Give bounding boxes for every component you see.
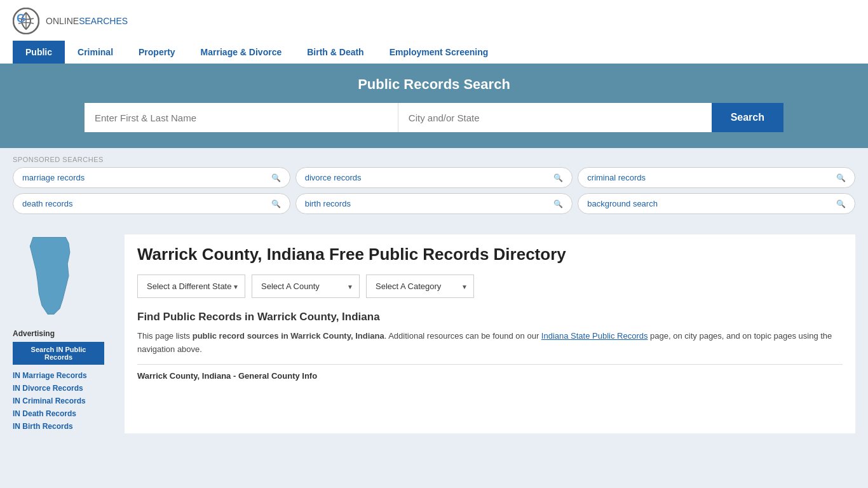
- content-divider: [137, 364, 843, 365]
- sidebar-links: IN Marriage Records IN Divorce Records I…: [13, 370, 104, 431]
- description-text: This page lists public record sources in…: [137, 330, 843, 356]
- search-icon-background: 🔍: [836, 200, 846, 208]
- logo-searches: SEARCHES: [79, 16, 128, 26]
- right-panel: Warrick County, Indiana Free Public Reco…: [125, 234, 855, 433]
- general-info-title: Warrick County, Indiana - General County…: [137, 371, 843, 381]
- sponsored-pill-background[interactable]: background search 🔍: [578, 193, 855, 214]
- nav-birth-death[interactable]: Birth & Death: [294, 41, 376, 64]
- state-selector[interactable]: Select a Different State: [137, 274, 245, 298]
- sponsored-label: SPONSORED SEARCHES: [13, 156, 855, 163]
- county-selector[interactable]: Select A County: [252, 274, 360, 298]
- pill-label-birth: birth records: [305, 199, 351, 208]
- sidebar-link-criminal[interactable]: IN Criminal Records: [13, 395, 104, 405]
- pill-label-marriage: marriage records: [22, 173, 85, 182]
- search-icon-death: 🔍: [271, 200, 281, 208]
- hero-section: Public Records Search Search: [0, 64, 868, 148]
- link-in-criminal[interactable]: IN Criminal Records: [13, 396, 86, 405]
- sponsored-grid: marriage records 🔍 divorce records 🔍 cri…: [13, 167, 855, 214]
- nav-public[interactable]: Public: [13, 41, 65, 64]
- sponsored-pill-death[interactable]: death records 🔍: [13, 193, 290, 214]
- search-icon-divorce: 🔍: [553, 173, 563, 182]
- sponsored-pill-criminal[interactable]: criminal records 🔍: [578, 167, 855, 188]
- main-nav: Public Criminal Property Marriage & Divo…: [13, 41, 855, 64]
- category-dropdown-wrapper: Select A Category: [366, 274, 474, 298]
- content-row: Advertising Search IN Public Records IN …: [0, 224, 868, 444]
- search-icon-birth: 🔍: [553, 200, 563, 208]
- logo-area: G ONLINESEARCHES: [13, 8, 855, 34]
- location-input[interactable]: [398, 103, 712, 132]
- search-bar: Search: [85, 103, 783, 132]
- selectors-row: Select a Different State Select A County…: [137, 274, 843, 298]
- page-title: Warrick County, Indiana Free Public Reco…: [137, 245, 843, 264]
- search-icon-criminal: 🔍: [836, 173, 846, 182]
- sponsored-pill-marriage[interactable]: marriage records 🔍: [13, 167, 290, 188]
- indiana-map: [13, 234, 89, 317]
- pill-label-divorce: divorce records: [305, 173, 362, 182]
- desc-part2: . Additional resources can be found on o…: [384, 331, 541, 341]
- sidebar-link-divorce[interactable]: IN Divorce Records: [13, 383, 104, 393]
- pill-label-background: background search: [587, 199, 658, 208]
- sidebar-link-birth[interactable]: IN Birth Records: [13, 421, 104, 431]
- logo-online: ONLINE: [46, 16, 79, 26]
- sponsored-pill-birth[interactable]: birth records 🔍: [295, 193, 573, 214]
- county-dropdown-wrapper: Select A County: [252, 274, 360, 298]
- desc-bold: public record sources in Warrick County,…: [193, 331, 384, 341]
- link-in-birth[interactable]: IN Birth Records: [13, 422, 73, 431]
- nav-property[interactable]: Property: [126, 41, 188, 64]
- nav-criminal[interactable]: Criminal: [65, 41, 126, 64]
- svg-marker-4: [31, 238, 70, 315]
- logo-text: ONLINESEARCHES: [46, 16, 128, 26]
- sidebar-link-marriage[interactable]: IN Marriage Records: [13, 370, 104, 380]
- desc-part1: This page lists: [137, 331, 193, 341]
- search-icon-marriage: 🔍: [271, 173, 281, 182]
- nav-employment[interactable]: Employment Screening: [377, 41, 501, 64]
- svg-text:G: G: [17, 12, 25, 25]
- logo-icon: G: [13, 8, 39, 34]
- advertising-label: Advertising: [13, 329, 104, 338]
- pill-label-criminal: criminal records: [587, 173, 646, 182]
- link-in-divorce[interactable]: IN Divorce Records: [13, 384, 83, 393]
- sponsored-pill-divorce[interactable]: divorce records 🔍: [295, 167, 573, 188]
- category-selector[interactable]: Select A Category: [366, 274, 474, 298]
- link-in-marriage[interactable]: IN Marriage Records: [13, 371, 87, 380]
- search-button[interactable]: Search: [712, 103, 783, 132]
- sponsored-area: SPONSORED SEARCHES marriage records 🔍 di…: [0, 148, 868, 214]
- state-dropdown-wrapper: Select a Different State: [137, 274, 245, 298]
- nav-marriage-divorce[interactable]: Marriage & Divorce: [188, 41, 295, 64]
- name-input[interactable]: [85, 103, 398, 132]
- ad-search-button[interactable]: Search IN Public Records: [13, 342, 104, 365]
- pill-label-death: death records: [22, 199, 73, 208]
- header: G ONLINESEARCHES Public Criminal Propert…: [0, 0, 868, 64]
- hero-title: Public Records Search: [19, 76, 849, 93]
- sidebar-link-death[interactable]: IN Death Records: [13, 408, 104, 418]
- left-panel: Advertising Search IN Public Records IN …: [13, 234, 114, 433]
- find-records-title: Find Public Records in Warrick County, I…: [137, 311, 843, 323]
- desc-link[interactable]: Indiana State Public Records: [541, 331, 648, 341]
- link-in-death[interactable]: IN Death Records: [13, 409, 76, 418]
